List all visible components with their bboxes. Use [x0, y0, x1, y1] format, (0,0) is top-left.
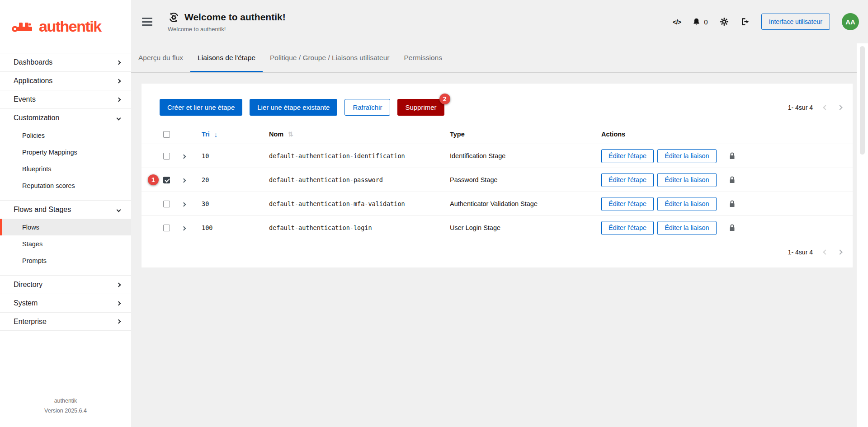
edit-stage-button[interactable]: Éditer l'étape [601, 197, 654, 211]
pagination-bottom: 1- 4sur 4 [788, 249, 842, 256]
notifications-button[interactable]: 0 [693, 18, 708, 26]
topbar: Welcome to authentik! Welcome to authent… [131, 0, 868, 43]
row-checkbox[interactable] [163, 201, 170, 207]
refresh-button[interactable]: Rafraîchir [344, 99, 390, 116]
expand-row-icon[interactable] [182, 155, 186, 159]
sidebar-item-label: Flows and Stages [14, 206, 71, 214]
sidebar-footer: authentik Version 2025.6.4 [0, 396, 131, 427]
edit-binding-button[interactable]: Éditer la liaison [657, 221, 716, 235]
sidebar-item-system[interactable]: System [0, 294, 131, 312]
nav-spacer [0, 269, 131, 275]
expand-row-icon[interactable] [182, 202, 186, 207]
sidebar-item-label: Reputation scores [22, 182, 75, 189]
interface-utilisateur-button[interactable]: Interface utilisateur [761, 14, 830, 30]
chevron-right-icon [117, 319, 121, 324]
pagination-range: 1- 4sur 4 [788, 249, 813, 256]
tab-permissions[interactable]: Permissions [397, 43, 449, 72]
row-checkbox[interactable] [163, 225, 170, 231]
sidebar-item-flows[interactable]: Flows [0, 219, 131, 235]
create-and-bind-stage-button[interactable]: Créer et lier une étape [160, 99, 242, 116]
bind-existing-stage-button[interactable]: Lier une étape existante [250, 99, 337, 116]
expand-row-icon[interactable] [182, 226, 186, 231]
cell-type: User Login Stage [450, 224, 601, 231]
footer-app-name: authentik [0, 396, 131, 406]
tab-politique-groupe-liaisons[interactable]: Politique / Groupe / Liaisons utilisateu… [263, 43, 397, 72]
column-header-type: Type [450, 131, 601, 138]
pagination-prev-icon[interactable] [823, 105, 828, 110]
chevron-right-icon [117, 79, 121, 83]
annotation-badge-2: 2 [439, 94, 450, 104]
edit-binding-button[interactable]: Éditer la liaison [657, 197, 716, 211]
lock-icon [729, 200, 736, 208]
scrollbar-track[interactable] [857, 43, 868, 427]
cell-name: default-authentication-identification [269, 152, 450, 160]
authentik-logo[interactable]: authentik [0, 0, 131, 53]
topbar-actions: </> 0 [673, 13, 859, 30]
sidebar-item-prompts[interactable]: Prompts [0, 252, 131, 269]
column-label: Tri [202, 131, 210, 138]
edit-stage-button[interactable]: Éditer l'étape [601, 221, 654, 235]
logo-text: authentik [39, 18, 101, 35]
bell-icon [693, 18, 700, 26]
delete-button[interactable]: Supprimer 2 [397, 99, 444, 116]
sidebar-item-enterprise[interactable]: Enterprise [0, 312, 131, 331]
notification-count: 0 [704, 18, 708, 26]
sort-descending-icon: ↓ [214, 131, 218, 138]
sidebar-item-label: Flows [22, 224, 39, 231]
hamburger-menu-icon[interactable] [142, 18, 152, 26]
table-row: 100 default-authentication-login User Lo… [142, 216, 853, 239]
edit-binding-button[interactable]: Éditer la liaison [657, 173, 716, 187]
table-row: 30 default-authentication-mfa-validation… [142, 192, 853, 216]
page: authentik Dashboards Applications Events… [0, 0, 868, 427]
tab-apercu-du-flux[interactable]: Aperçu du flux [131, 43, 190, 72]
expand-row-icon[interactable] [182, 178, 186, 183]
sort-both-icon: ⇅ [288, 131, 293, 138]
sidebar-item-applications[interactable]: Applications [0, 71, 131, 90]
sidebar-item-label: System [14, 299, 38, 307]
avatar[interactable]: AA [842, 13, 859, 30]
pagination-next-icon[interactable] [837, 249, 842, 254]
select-all-checkbox[interactable] [163, 131, 170, 138]
tab-bar: Aperçu du flux Liaisons de l'étape Polit… [131, 43, 857, 73]
cell-type: Authenticator Validation Stage [450, 200, 601, 207]
sidebar-item-blueprints[interactable]: Blueprints [0, 160, 131, 177]
delete-button-label: Supprimer [405, 103, 436, 111]
settings-button[interactable] [720, 17, 729, 26]
row-checkbox[interactable] [163, 153, 170, 160]
pagination-next-icon[interactable] [837, 105, 842, 110]
edit-stage-button[interactable]: Éditer l'étape [601, 149, 654, 163]
row-checkbox[interactable] [163, 177, 170, 183]
sidebar-item-events[interactable]: Events [0, 90, 131, 108]
pagination-top: 1- 4sur 4 [788, 104, 842, 111]
sign-out-icon [741, 17, 750, 26]
edit-stage-button[interactable]: Éditer l'étape [601, 173, 654, 187]
tab-liaisons-de-letape[interactable]: Liaisons de l'étape [190, 43, 263, 72]
sidebar-item-reputation-scores[interactable]: Reputation scores [0, 177, 131, 194]
edit-binding-button[interactable]: Éditer la liaison [657, 149, 716, 163]
sidebar-item-label: Prompts [22, 257, 47, 264]
api-code-icon[interactable]: </> [673, 18, 681, 26]
chevron-right-icon [117, 301, 121, 305]
sidebar-item-directory[interactable]: Directory [0, 275, 131, 294]
column-header-tri[interactable]: Tri ↓ [202, 131, 269, 138]
pagination-prev-icon[interactable] [823, 249, 828, 254]
nav-spacer [0, 194, 131, 200]
sidebar-item-policies[interactable]: Policies [0, 127, 131, 144]
column-header-nom[interactable]: Nom ⇅ [269, 131, 450, 138]
scrollbar-thumb[interactable] [860, 46, 865, 155]
table-header-row: Tri ↓ Nom ⇅ Type Actions [142, 125, 853, 144]
sidebar-item-customization[interactable]: Customization [0, 108, 131, 127]
cell-name: default-authentication-login [269, 224, 450, 231]
sidebar-item-property-mappings[interactable]: Property Mappings [0, 144, 131, 160]
sidebar-item-dashboards[interactable]: Dashboards [0, 53, 131, 71]
sidebar-item-stages[interactable]: Stages [0, 235, 131, 252]
sidebar-item-label: Policies [22, 132, 45, 139]
sidebar-item-flows-and-stages[interactable]: Flows and Stages [0, 200, 131, 219]
column-label: Nom [269, 131, 283, 138]
sign-out-button[interactable] [741, 17, 750, 26]
pagination-bottom-wrap: 1- 4sur 4 [142, 239, 853, 256]
table-row: 1 20 default-authentication-password Pas… [142, 168, 853, 192]
sidebar-item-label: Events [14, 95, 36, 103]
page-title: Welcome to authentik! [184, 12, 286, 23]
main-area: Welcome to authentik! Welcome to authent… [131, 0, 868, 427]
